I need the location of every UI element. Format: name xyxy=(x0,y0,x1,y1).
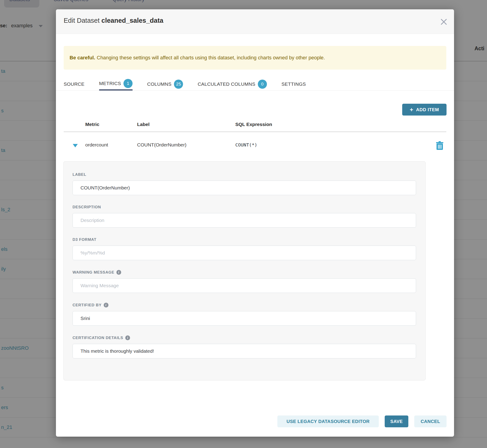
warning-banner: Be careful. Changing these settings will… xyxy=(64,46,446,70)
field-label-text: WARNING MESSAGE xyxy=(72,270,114,275)
table-header-divider xyxy=(64,131,446,132)
d3-format-field-group: D3 FORMAT xyxy=(72,237,416,260)
tab-label: METRICS xyxy=(99,81,121,86)
cancel-button[interactable]: CANCEL xyxy=(414,416,447,427)
modal-tabs: SOURCE METRICS 1 COLUMNS 25 CALCULATED C… xyxy=(56,78,454,90)
warning-message-field-label: WARNING MESSAGE i xyxy=(72,270,416,275)
save-button[interactable]: SAVE xyxy=(385,416,408,427)
info-icon[interactable]: i xyxy=(125,336,130,340)
certification-details-field-label: CERTIFICATION DETAILS i xyxy=(72,336,416,340)
metric-sql-expression: COUNT(*) xyxy=(235,142,257,148)
columns-count-badge: 25 xyxy=(174,80,183,89)
column-header-metric: Metric xyxy=(85,122,99,127)
collapse-caret-icon[interactable] xyxy=(73,144,78,147)
info-icon[interactable]: i xyxy=(104,303,108,307)
d3-format-field-label: D3 FORMAT xyxy=(72,237,416,242)
tab-label: SOURCE xyxy=(64,81,85,87)
tab-metrics[interactable]: METRICS 1 xyxy=(99,78,133,90)
add-item-button[interactable]: + ADD ITEM xyxy=(402,104,447,116)
info-icon[interactable]: i xyxy=(116,270,121,275)
field-label-text: CERTIFICATION DETAILS xyxy=(72,336,123,340)
certified-by-input[interactable] xyxy=(72,311,416,326)
field-label-text: CERTIFIED BY xyxy=(72,303,102,307)
description-input[interactable] xyxy=(72,213,416,228)
label-field-group: LABEL xyxy=(72,172,416,195)
warning-message-input[interactable] xyxy=(72,278,416,293)
metric-label: COUNT(OrderNumber) xyxy=(137,142,186,148)
tab-label: CALCULATED COLUMNS xyxy=(198,81,255,87)
certified-by-field-label: CERTIFIED BY i xyxy=(72,303,416,307)
calculated-columns-count-badge: 0 xyxy=(258,80,267,89)
metric-detail-panel: LABEL DESCRIPTION D3 FORMAT WARNING MESS… xyxy=(64,161,426,380)
field-label-text: LABEL xyxy=(72,172,86,177)
column-header-label: Label xyxy=(137,122,150,127)
modal-footer: USE LEGACY DATASOURCE EDITOR SAVE CANCEL xyxy=(277,416,447,427)
modal-title-dataset-name: cleaned_sales_data xyxy=(101,17,163,24)
modal-title-prefix: Edit Dataset xyxy=(64,17,100,24)
tab-settings[interactable]: SETTINGS xyxy=(281,78,306,90)
modal-title: Edit Dataset cleaned_sales_data xyxy=(64,17,163,24)
tab-label: COLUMNS xyxy=(147,81,171,87)
warning-banner-text: Changing these settings will affect all … xyxy=(97,55,325,61)
field-label-text: DESCRIPTION xyxy=(72,205,101,209)
label-input[interactable] xyxy=(72,181,416,195)
edit-dataset-modal: Edit Dataset cleaned_sales_data Be caref… xyxy=(56,9,454,437)
metrics-count-badge: 1 xyxy=(123,79,133,88)
metric-name: ordercount xyxy=(85,142,108,148)
column-header-sql-expression: SQL Expression xyxy=(235,122,272,127)
modal-header: Edit Dataset cleaned_sales_data xyxy=(56,9,454,34)
tab-label: SETTINGS xyxy=(281,81,306,87)
certified-by-field-group: CERTIFIED BY i xyxy=(72,303,416,326)
use-legacy-datasource-editor-button[interactable]: USE LEGACY DATASOURCE EDITOR xyxy=(277,416,379,427)
description-field-label: DESCRIPTION xyxy=(72,205,416,209)
description-field-group: DESCRIPTION xyxy=(72,205,416,228)
metric-row: ordercount COUNT(OrderNumber) COUNT(*) xyxy=(56,137,454,157)
close-icon[interactable] xyxy=(439,17,448,26)
certification-details-input[interactable] xyxy=(72,344,416,358)
d3-format-input[interactable] xyxy=(72,246,416,260)
field-label-text: D3 FORMAT xyxy=(72,237,96,242)
warning-banner-bold: Be careful. xyxy=(70,55,95,61)
label-field-label: LABEL xyxy=(72,172,416,177)
delete-metric-icon[interactable] xyxy=(436,141,444,150)
certification-details-field-group: CERTIFICATION DETAILS i xyxy=(72,336,416,358)
plus-icon: + xyxy=(410,107,413,112)
tab-columns[interactable]: COLUMNS 25 xyxy=(147,78,183,90)
tab-calculated-columns[interactable]: CALCULATED COLUMNS 0 xyxy=(198,78,267,90)
add-item-label: ADD ITEM xyxy=(416,107,439,112)
tab-source[interactable]: SOURCE xyxy=(64,78,85,90)
warning-message-field-group: WARNING MESSAGE i xyxy=(72,270,416,293)
